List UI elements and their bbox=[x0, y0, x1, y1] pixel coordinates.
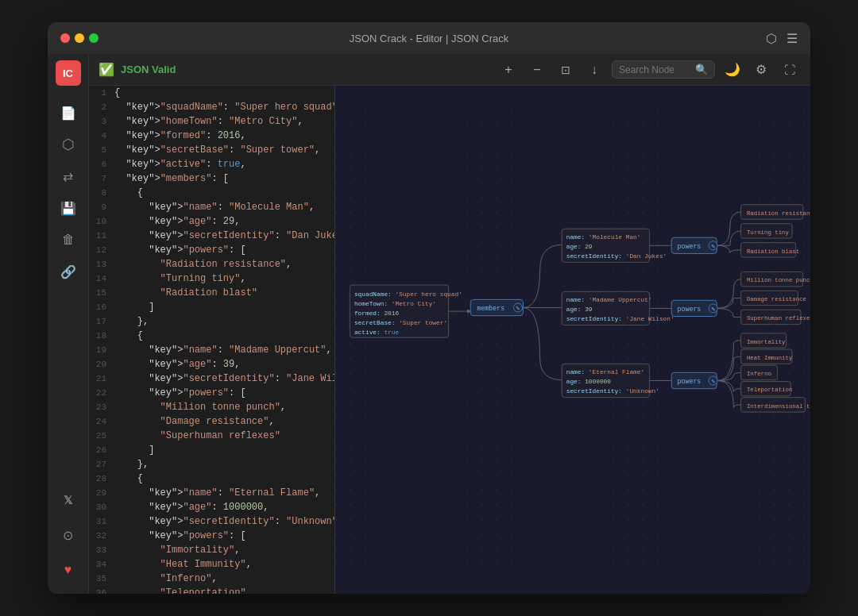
graph-svg: squadName: 'Super hero squad' homeTown: … bbox=[335, 86, 810, 594]
menu-icon[interactable]: ☰ bbox=[786, 31, 798, 46]
superhuman-reflexes-node[interactable]: Superhuman reflexes bbox=[741, 310, 810, 324]
line-number: 17 bbox=[92, 314, 114, 329]
svg-text:name: 'Madame Uppercut': name: 'Madame Uppercut' bbox=[566, 296, 652, 303]
line-number: 27 bbox=[92, 457, 114, 472]
puzzle-icon[interactable]: ⬡ bbox=[766, 31, 777, 46]
line-number: 5 bbox=[92, 143, 114, 157]
turning-tiny-node[interactable]: Turning tiny bbox=[741, 224, 792, 238]
svg-text:✎: ✎ bbox=[711, 379, 716, 385]
heat-immunity-node[interactable]: Heat Immunity bbox=[741, 349, 793, 364]
svg-text:Inferno: Inferno bbox=[747, 371, 771, 377]
app-window: JSON Crack - Editor | JSON Crack ⬡ ☰ IC … bbox=[48, 22, 810, 594]
immortality-node[interactable]: Immortality bbox=[741, 333, 786, 348]
line-number: 31 bbox=[92, 514, 114, 529]
editor-line: 5 "key">"secretBase": "Super tower", bbox=[89, 143, 334, 157]
minimize-button[interactable] bbox=[75, 33, 84, 43]
svg-text:powers: powers bbox=[678, 378, 701, 385]
window-title: JSON Crack - Editor | JSON Crack bbox=[350, 33, 509, 44]
svg-text:Radiation blast: Radiation blast bbox=[747, 248, 799, 255]
logo: IC bbox=[56, 60, 81, 86]
editor-line: 8 { bbox=[89, 186, 334, 200]
zoom-in-btn[interactable]: + bbox=[497, 59, 520, 81]
line-number: 29 bbox=[92, 486, 114, 500]
svg-text:age: 39: age: 39 bbox=[566, 306, 593, 313]
svg-text:✎: ✎ bbox=[516, 306, 520, 312]
fit-icon: ⊡ bbox=[561, 64, 570, 76]
sidebar-item-file[interactable]: 📄 bbox=[54, 98, 83, 127]
member3-node[interactable]: name: 'Eternal Flame' age: 1000000 secre… bbox=[562, 364, 659, 397]
editor-line: 18 { bbox=[89, 329, 334, 343]
sidebar-item-github[interactable]: ⊙ bbox=[54, 521, 83, 549]
editor-line: 29 "key">"name": "Eternal Flame", bbox=[89, 486, 334, 500]
line-number: 4 bbox=[92, 129, 114, 143]
line-number: 34 bbox=[92, 557, 114, 572]
svg-text:secretIdentity: 'Jane Wilson': secretIdentity: 'Jane Wilson' bbox=[566, 315, 674, 322]
svg-text:Interdimensional travel: Interdimensional travel bbox=[747, 403, 810, 410]
line-number: 22 bbox=[92, 386, 114, 400]
plus-icon: + bbox=[504, 63, 512, 77]
sidebar-item-import[interactable]: ⇄ bbox=[54, 162, 83, 191]
line-number: 20 bbox=[92, 357, 114, 372]
million-tonne-punch-node[interactable]: Million tonne punch bbox=[741, 271, 810, 286]
download-btn[interactable]: ↓ bbox=[583, 59, 605, 81]
radiation-resistance-node[interactable]: Radiation resistance bbox=[741, 205, 810, 219]
heart-icon: ♥ bbox=[64, 563, 72, 577]
line-number: 9 bbox=[92, 200, 114, 214]
powers2-button[interactable]: powers ✎ bbox=[671, 300, 717, 316]
svg-text:Superhuman reflexes: Superhuman reflexes bbox=[747, 315, 810, 321]
sidebar-item-link[interactable]: 🔗 bbox=[54, 257, 83, 286]
line-number: 6 bbox=[92, 157, 114, 171]
radiation-blast-node[interactable]: Radiation blast bbox=[741, 243, 800, 257]
powers3-button[interactable]: powers ✎ bbox=[671, 372, 717, 388]
github-icon: ⊙ bbox=[63, 528, 73, 543]
sidebar-item-twitter[interactable]: 𝕏 bbox=[54, 486, 83, 514]
zoom-out-btn[interactable]: − bbox=[526, 59, 548, 81]
svg-text:homeTown: 'Metro City': homeTown: 'Metro City' bbox=[354, 300, 436, 307]
line-number: 33 bbox=[92, 543, 114, 557]
close-button[interactable] bbox=[60, 33, 70, 43]
svg-text:Immortality: Immortality bbox=[747, 339, 786, 345]
fit-view-btn[interactable]: ⊡ bbox=[555, 59, 577, 81]
minus-icon: − bbox=[533, 63, 540, 77]
sidebar-item-share[interactable]: ⬡ bbox=[54, 130, 83, 159]
line-number: 21 bbox=[92, 372, 114, 386]
theme-btn[interactable]: 🌙 bbox=[721, 59, 744, 81]
svg-text:name: 'Eternal Flame': name: 'Eternal Flame' bbox=[566, 368, 644, 375]
editor-line: 10 "key">"age": 29, bbox=[89, 214, 334, 229]
line-number: 19 bbox=[92, 343, 114, 357]
editor-line: 16 ] bbox=[89, 300, 334, 314]
editor-line: 13 "Radiation resistance", bbox=[89, 257, 334, 271]
share-icon: ⬡ bbox=[62, 136, 75, 153]
damage-resistance-node[interactable]: Damage resistance bbox=[741, 291, 806, 305]
graph-panel[interactable]: squadName: 'Super hero squad' homeTown: … bbox=[335, 86, 810, 594]
settings-btn[interactable]: ⚙ bbox=[750, 59, 772, 81]
sidebar-item-save[interactable]: 💾 bbox=[54, 194, 83, 222]
titlebar-right: ⬡ ☰ bbox=[766, 31, 798, 46]
powers1-button[interactable]: powers ✎ bbox=[671, 237, 717, 253]
content-area: 1{2 "key">"squadName": "Super hero squad… bbox=[89, 86, 810, 594]
editor-line: 35 "Inferno", bbox=[89, 572, 334, 586]
root-node[interactable]: squadName: 'Super hero squad' homeTown: … bbox=[350, 285, 462, 337]
editor-line: 22 "key">"powers": [ bbox=[89, 386, 334, 400]
editor-line: 3 "key">"homeTown": "Metro City", bbox=[89, 114, 334, 129]
search-input[interactable] bbox=[619, 64, 690, 75]
search-icon: 🔍 bbox=[695, 64, 708, 75]
sidebar-item-heart[interactable]: ♥ bbox=[54, 556, 83, 584]
editor-line: 30 "key">"age": 1000000, bbox=[89, 500, 334, 514]
svg-text:✎: ✎ bbox=[711, 244, 716, 250]
editor-line: 23 "Million tonne punch", bbox=[89, 400, 334, 414]
interdimensional-travel-node[interactable]: Interdimensional travel bbox=[741, 398, 810, 412]
members-button[interactable]: members ✎ bbox=[470, 299, 523, 315]
editor-line: 14 "Turning tiny", bbox=[89, 271, 334, 286]
svg-text:powers: powers bbox=[678, 306, 701, 313]
twitter-icon: 𝕏 bbox=[64, 494, 72, 506]
editor-line: 24 "Damage resistance", bbox=[89, 414, 334, 429]
maximize-button[interactable] bbox=[89, 33, 99, 43]
editor-panel[interactable]: 1{2 "key">"squadName": "Super hero squad… bbox=[89, 86, 335, 594]
sidebar-item-delete[interactable]: 🗑 bbox=[54, 225, 83, 254]
search-box: 🔍 bbox=[612, 60, 715, 79]
teleportation-node[interactable]: Teleportation bbox=[741, 381, 793, 395]
fullscreen-btn[interactable]: ⛶ bbox=[779, 59, 801, 81]
editor-line: 2 "key">"squadName": "Super hero squad", bbox=[89, 100, 334, 114]
inferno-node[interactable]: Inferno bbox=[741, 365, 778, 379]
